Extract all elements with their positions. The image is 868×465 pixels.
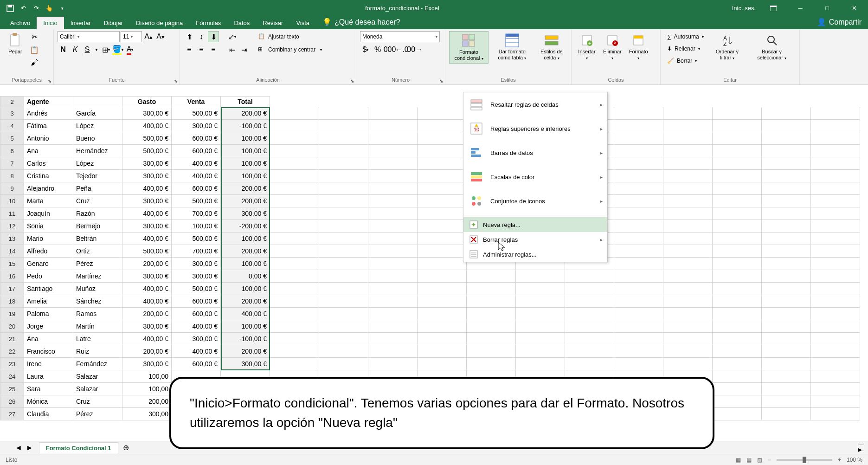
view-page-layout-icon[interactable]: ▤ xyxy=(746,457,752,463)
cell[interactable] xyxy=(319,270,368,283)
cell[interactable]: Pérez xyxy=(73,258,122,270)
borders-button[interactable]: ⊞▾ xyxy=(100,44,111,55)
cell[interactable]: 300,00 € xyxy=(122,270,172,283)
minimize-button[interactable]: ─ xyxy=(791,0,810,16)
header-agente[interactable]: Agente xyxy=(24,96,73,107)
cell[interactable] xyxy=(418,245,467,258)
cell[interactable] xyxy=(368,145,418,157)
cell[interactable] xyxy=(713,358,762,370)
cell[interactable]: Beltrán xyxy=(73,232,122,245)
cell[interactable] xyxy=(418,170,467,182)
row-header[interactable]: 8 xyxy=(0,170,24,182)
cut-button[interactable]: ✂ xyxy=(29,31,40,42)
cell[interactable] xyxy=(516,283,565,295)
cell[interactable] xyxy=(319,132,368,145)
cell[interactable]: 500,00 € xyxy=(172,283,221,295)
cell[interactable] xyxy=(270,170,319,182)
percent-format-button[interactable]: % xyxy=(372,44,383,55)
cell[interactable] xyxy=(762,408,811,420)
cf-data-bars[interactable]: Barras de datos ▸ xyxy=(463,141,607,165)
cell[interactable]: Pérez xyxy=(73,408,122,420)
cell[interactable] xyxy=(565,295,614,308)
cell[interactable] xyxy=(762,283,811,295)
cell[interactable] xyxy=(713,320,762,333)
cell[interactable] xyxy=(467,270,516,283)
cell[interactable] xyxy=(418,358,467,370)
cell[interactable] xyxy=(614,283,663,295)
cell[interactable] xyxy=(516,333,565,345)
ribbon-display-icon[interactable] xyxy=(764,0,783,16)
cell[interactable] xyxy=(270,308,319,320)
format-cells-button[interactable]: Formato▾ xyxy=(626,31,651,63)
cell[interactable]: Irene xyxy=(24,358,73,370)
align-center-button[interactable]: ≡ xyxy=(196,44,207,55)
cell[interactable] xyxy=(270,220,319,232)
cell[interactable] xyxy=(663,132,713,145)
signin-link[interactable]: Inic. ses. xyxy=(732,5,756,12)
cell[interactable] xyxy=(467,333,516,345)
cell[interactable]: Ortiz xyxy=(73,245,122,258)
cell[interactable]: 200,00 € xyxy=(221,345,270,358)
row-header[interactable]: 23 xyxy=(0,358,24,370)
cell[interactable] xyxy=(270,270,319,283)
fill-button[interactable]: ⬇Rellenar▾ xyxy=(664,43,707,54)
cf-highlight-rules[interactable]: Resaltar reglas de celdas ▸ xyxy=(463,92,607,116)
cell[interactable]: 100,00 € xyxy=(221,145,270,157)
fill-color-button[interactable]: 🪣▾ xyxy=(112,44,123,55)
font-launcher-icon[interactable]: ⬊ xyxy=(174,78,178,84)
cell[interactable]: 600,00 € xyxy=(172,182,221,195)
cell[interactable] xyxy=(614,232,663,245)
cell[interactable] xyxy=(368,333,418,345)
row-header-2[interactable]: 2 xyxy=(0,96,24,107)
comma-format-button[interactable]: 000 xyxy=(384,44,395,55)
delete-cells-button[interactable]: × Eliminar▾ xyxy=(600,31,624,63)
cell[interactable] xyxy=(467,283,516,295)
cell[interactable] xyxy=(270,245,319,258)
cell[interactable] xyxy=(418,232,467,245)
cell[interactable]: 300,00 € xyxy=(172,333,221,345)
cell[interactable] xyxy=(418,295,467,308)
cell[interactable]: Ana xyxy=(24,333,73,345)
cell[interactable]: 500,00 € xyxy=(172,107,221,120)
cell[interactable] xyxy=(614,358,663,370)
cell[interactable] xyxy=(319,345,368,358)
cell[interactable] xyxy=(319,195,368,207)
touch-mode-icon[interactable]: 👆 xyxy=(45,4,54,13)
cell[interactable] xyxy=(762,358,811,370)
row-header[interactable]: 15 xyxy=(0,258,24,270)
number-launcher-icon[interactable]: ⬊ xyxy=(439,78,443,84)
cell[interactable] xyxy=(368,132,418,145)
cf-top-bottom-rules[interactable]: 10 Reglas superiores e inferiores ▸ xyxy=(463,116,607,141)
cell[interactable] xyxy=(418,333,467,345)
cell[interactable]: Hernández xyxy=(73,145,122,157)
cell[interactable] xyxy=(270,258,319,270)
cell[interactable]: Andrés xyxy=(24,107,73,120)
cell[interactable] xyxy=(467,345,516,358)
accounting-format-button[interactable]: $▾ xyxy=(360,44,371,55)
cell[interactable] xyxy=(418,120,467,132)
align-bottom-button[interactable]: ⬇ xyxy=(208,31,219,42)
cell[interactable]: 100,00 € xyxy=(221,157,270,170)
autosum-button[interactable]: ∑Autosuma▾ xyxy=(664,31,707,42)
cell[interactable] xyxy=(762,308,811,320)
cf-color-scales[interactable]: Escalas de color ▸ xyxy=(463,165,607,189)
cell[interactable] xyxy=(270,107,319,120)
cell[interactable] xyxy=(319,358,368,370)
cell[interactable]: 300,00 € xyxy=(122,195,172,207)
align-left-button[interactable]: ≡ xyxy=(184,44,195,55)
cell[interactable] xyxy=(418,195,467,207)
cf-manage-rules[interactable]: Administrar reglas... xyxy=(463,247,607,262)
cell[interactable] xyxy=(811,195,860,207)
cell[interactable] xyxy=(762,383,811,395)
font-family-combo[interactable]: Calibri▾ xyxy=(58,31,120,42)
header-venta[interactable]: Venta xyxy=(172,96,221,107)
grow-font-button[interactable]: A▴ xyxy=(143,31,154,42)
cell-styles-button[interactable]: Estilos de celda ▾ xyxy=(536,31,567,63)
cell[interactable]: 500,00 € xyxy=(122,145,172,157)
cell[interactable] xyxy=(762,320,811,333)
cell[interactable] xyxy=(614,132,663,145)
cell[interactable]: 400,00 € xyxy=(122,120,172,132)
row-header[interactable]: 6 xyxy=(0,145,24,157)
cell[interactable] xyxy=(614,157,663,170)
cell[interactable] xyxy=(811,358,860,370)
